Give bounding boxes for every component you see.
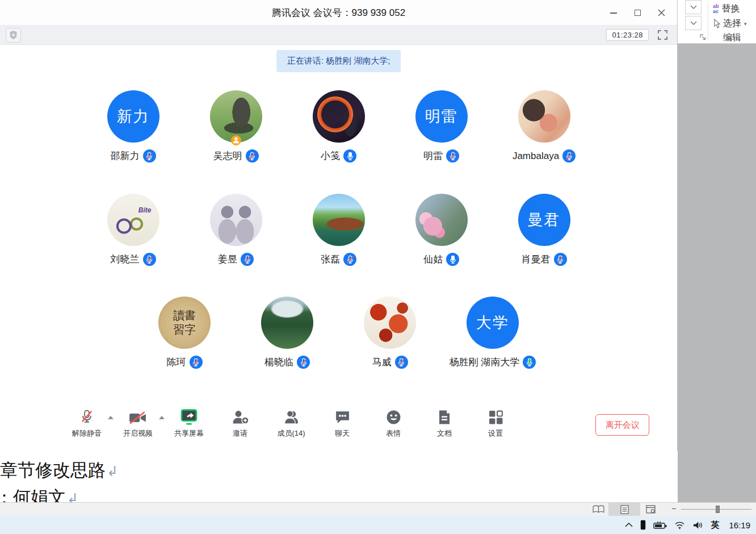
participant-name-row: 楊晓临	[264, 356, 310, 369]
web-layout-button[interactable]	[640, 503, 661, 516]
participant-avatar: Bite	[107, 194, 159, 246]
participant-tile[interactable]: 姜昱	[210, 194, 262, 266]
word-ribbon-fragment: ab ac 替换 选择 ▾ 编辑	[678, 0, 756, 44]
toolbar-item-share-screen[interactable]: 共享屏幕	[165, 406, 213, 439]
participant-avatar	[261, 297, 313, 349]
dialog-launcher-icon[interactable]	[699, 33, 707, 40]
screen-share-icon	[180, 406, 198, 425]
participant-tile[interactable]: 新力邵新力	[107, 90, 159, 162]
toolbar-item-start-video[interactable]: 开启视频	[114, 406, 162, 439]
phone-device-icon[interactable]	[640, 520, 646, 530]
participant-name: 明雷	[423, 149, 443, 162]
avatar-initials: 曼君	[518, 194, 570, 246]
mic-status-icon-on[interactable]	[446, 253, 459, 266]
scroll-down-button[interactable]	[685, 0, 702, 14]
clock[interactable]: 16:19	[729, 520, 750, 530]
print-layout-button[interactable]	[608, 503, 640, 516]
participant-name: 肖曼君	[522, 253, 551, 266]
mic-status-icon-muted[interactable]	[246, 149, 259, 162]
caret-up-icon[interactable]	[108, 411, 114, 415]
participant-avatar	[415, 194, 468, 246]
toolbar-item-invite[interactable]: 邀请	[216, 406, 264, 439]
replace-button[interactable]: ab ac 替换	[713, 3, 740, 15]
avatar-photo-girl-portrait-warm	[518, 90, 570, 143]
toolbar-item-members[interactable]: 成员(14)	[267, 406, 316, 439]
toolbar-item-label: 设置	[488, 428, 503, 439]
mic-status-icon-muted[interactable]	[395, 356, 408, 369]
participant-tile[interactable]: Bite刘晓兰	[107, 194, 159, 266]
participant-tile[interactable]: 讀書習字陈珂	[158, 297, 211, 369]
toolbar-item-chat[interactable]: 聊天	[318, 406, 367, 439]
participant-name-row: 吴志明	[213, 149, 259, 162]
participant-name: 杨胜刚 湖南大学	[450, 356, 520, 369]
paragraph-return-mark: ↲	[107, 464, 118, 479]
chat-icon	[334, 406, 351, 425]
print-layout-icon	[620, 505, 629, 514]
replace-icon: ab ac	[713, 4, 719, 14]
speaker-icon[interactable]	[692, 521, 703, 529]
settings-icon	[488, 406, 503, 425]
mic-status-icon-muted[interactable]	[562, 149, 576, 162]
read-mode-button[interactable]	[588, 503, 608, 516]
participant-avatar	[364, 297, 416, 349]
fullscreen-icon[interactable]	[657, 30, 668, 40]
participant-name: 马威	[372, 356, 392, 369]
mic-status-icon-muted[interactable]	[554, 253, 567, 266]
meeting-toolbar: 解除静音开启视频共享屏幕邀请成员(14)聊天表情文档设置	[62, 406, 520, 439]
mic-status-icon-muted[interactable]	[343, 253, 356, 266]
page-down-button[interactable]	[685, 16, 702, 30]
close-button[interactable]	[653, 5, 669, 21]
participant-name: 吴志明	[213, 149, 242, 162]
avatar-initials: 大学	[467, 297, 519, 349]
caret-up-icon[interactable]	[159, 411, 165, 415]
mic-status-icon-muted[interactable]	[190, 356, 203, 369]
show-hidden-icons-chevron[interactable]	[625, 523, 633, 527]
toolbar-item-unmute[interactable]: 解除静音	[62, 406, 111, 439]
participant-tile[interactable]: 楊晓临	[261, 297, 313, 369]
meeting-infobar: 01:23:28	[0, 26, 677, 45]
meeting-security-button[interactable]	[6, 28, 21, 43]
word-status-bar: −	[0, 502, 756, 516]
select-button[interactable]: 选择 ▾	[713, 18, 747, 30]
participant-avatar	[313, 90, 365, 143]
dropdown-arrow-icon: ▾	[744, 21, 747, 27]
participant-tile[interactable]: Jambalaya	[518, 90, 570, 162]
ime-language-indicator[interactable]: 英	[711, 520, 719, 531]
word-document-strip[interactable]: 章节修改思路↲ ：何娟文↲	[0, 450, 678, 502]
participant-tile[interactable]: 仙姑	[415, 194, 468, 266]
toolbar-item-settings[interactable]: 设置	[471, 406, 520, 439]
zoom-out-button[interactable]: −	[671, 504, 676, 513]
mic-status-icon-on[interactable]	[343, 149, 356, 162]
toolbar-item-emoji[interactable]: 表情	[369, 406, 418, 439]
participant-tile[interactable]: 曼君肖曼君	[518, 194, 570, 266]
participant-tile[interactable]: 吴志明	[210, 90, 262, 162]
avatar-photo-snake-doodle-bite: Bite	[107, 194, 159, 246]
wifi-icon[interactable]	[674, 521, 685, 529]
battery-charging-icon[interactable]	[653, 521, 667, 529]
mic-status-icon-muted[interactable]	[297, 356, 310, 369]
toolbar-item-label: 共享屏幕	[174, 428, 204, 439]
participant-tile[interactable]: 大学杨胜刚 湖南大学	[467, 297, 519, 369]
participant-row: Bite刘晓兰姜昱张磊仙姑曼君肖曼君	[0, 194, 677, 266]
toolbar-item-label: 开启视频	[123, 428, 153, 439]
mic-status-icon-muted[interactable]	[241, 253, 254, 266]
web-layout-icon	[646, 505, 656, 514]
mic-status-icon-muted[interactable]	[446, 149, 459, 162]
leave-meeting-button[interactable]: 离开会议	[595, 414, 649, 436]
participant-tile[interactable]: 小笺	[313, 90, 365, 162]
zoom-slider-thumb[interactable]	[716, 506, 720, 513]
toolbar-item-label: 成员(14)	[277, 428, 305, 439]
participant-tile[interactable]: 马威	[364, 297, 416, 369]
mic-status-icon-active[interactable]	[523, 356, 536, 369]
toolbar-item-docs[interactable]: 文档	[420, 406, 469, 439]
members-icon	[283, 406, 300, 425]
participant-tile[interactable]: 明雷明雷	[415, 90, 468, 162]
participant-tile[interactable]: 张磊	[313, 194, 365, 266]
avatar-initials-text: 大学	[476, 312, 509, 333]
minimize-button[interactable]	[606, 5, 621, 21]
participant-name: 邵新力	[111, 149, 140, 162]
mic-status-icon-muted[interactable]	[143, 253, 156, 266]
maximize-button[interactable]	[629, 5, 645, 21]
replace-label: 替换	[722, 3, 740, 15]
mic-status-icon-muted[interactable]	[143, 149, 156, 162]
